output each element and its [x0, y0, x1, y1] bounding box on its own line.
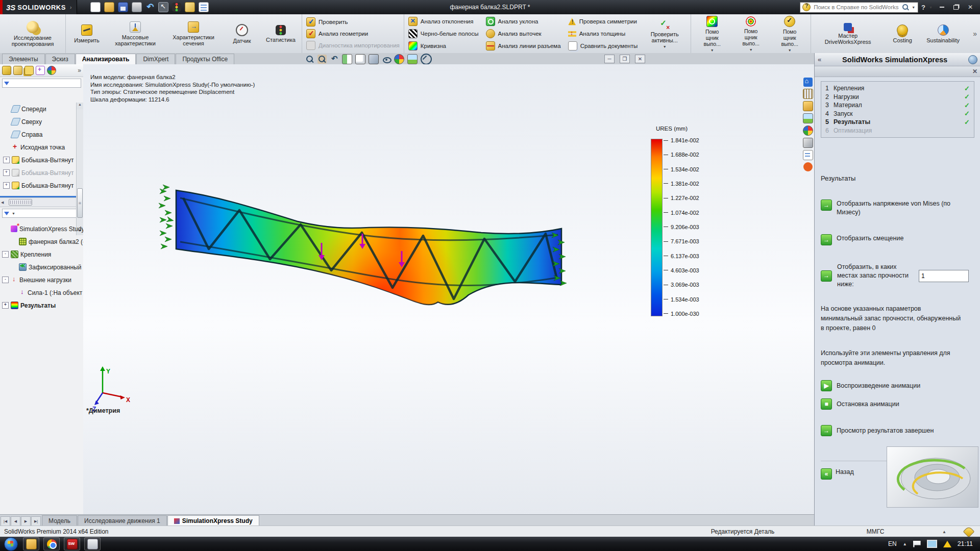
quick-access-icon[interactable] [199, 2, 209, 12]
manager-overflow-icon[interactable]: » [78, 67, 81, 74]
clock[interactable]: 21:11 [958, 540, 973, 547]
task-pane-tab-icon[interactable] [803, 138, 813, 148]
language-indicator[interactable]: EN [888, 540, 897, 547]
quick-access-icon[interactable] [90, 2, 101, 12]
restore-button[interactable] [950, 3, 962, 11]
command-tab[interactable]: DimXpert [136, 54, 175, 64]
ribbon-analysis-item[interactable]: Черно-белые полосы [408, 28, 479, 39]
assistant-button[interactable]: Помо щник выпо... ▼ [734, 15, 768, 53]
expand-icon[interactable]: + [2, 302, 9, 309]
quick-access-icon[interactable] [185, 2, 195, 12]
viewport-tool-icon[interactable] [317, 55, 327, 64]
study-tree-item[interactable]: фанерная балка2 (-Ф [2, 235, 83, 248]
command-tab[interactable]: Эскиз [45, 54, 75, 64]
feature-tree-item[interactable]: + Бобышка-Вытянут [3, 154, 83, 166]
doc-close-icon[interactable]: ✕ [635, 55, 645, 63]
viewport-tool-icon[interactable] [407, 54, 418, 64]
assistant-dropdown-icon[interactable]: ▼ [788, 48, 792, 52]
task-pane-tab-icon[interactable] [803, 113, 813, 123]
feature-tree-item[interactable]: + Бобышка-Вытянут [3, 179, 83, 192]
quick-access-icon[interactable] [118, 2, 128, 12]
taskbar-app-button[interactable] [23, 537, 39, 550]
quick-access-icon[interactable] [172, 3, 181, 12]
ribbon-analysis-item[interactable]: Анализ линии разъема [486, 40, 561, 52]
command-tab[interactable]: Анализировать [76, 54, 136, 64]
viewport-tool-icon[interactable] [330, 55, 339, 64]
quick-access-icon[interactable] [104, 2, 114, 12]
xpress-tool-button[interactable]: Sustainability [924, 23, 962, 44]
brand-expand-icon[interactable]: › [70, 5, 71, 10]
help-search-box[interactable]: ▼ [800, 2, 918, 13]
task-pane-tab-icon[interactable] [803, 89, 813, 99]
doc-minimize-icon[interactable]: ─ [604, 55, 615, 63]
task-pane-tab-icon[interactable] [803, 150, 813, 160]
start-button[interactable] [4, 537, 18, 551]
tree-scrollbar[interactable]: ▲ ≡ ▼ [76, 103, 83, 235]
study-tree-item[interactable]: - Внешние нагрузки [2, 273, 83, 286]
expand-icon[interactable]: + [3, 182, 10, 189]
last-tab-icon[interactable]: ▶| [31, 516, 41, 526]
manager-tab-icon[interactable] [36, 66, 45, 75]
expand-icon[interactable]: - [2, 277, 9, 283]
command-tab[interactable]: Элементы [2, 54, 45, 64]
expand-icon[interactable]: + [3, 169, 10, 176]
doc-restore-icon[interactable]: ❒ [620, 55, 630, 63]
task-pane-tab-icon[interactable] [803, 78, 813, 87]
tag-icon[interactable] [963, 526, 975, 538]
check-active-dropdown-icon[interactable]: ▼ [663, 45, 667, 48]
tray-expand-icon[interactable]: ▲ [903, 542, 907, 546]
stop-animation-action[interactable]: ■ Остановка анимации [821, 398, 974, 410]
hscroll-thumb[interactable] [9, 199, 32, 206]
ribbon-analysis-item[interactable]: Анализ выточек [486, 28, 561, 39]
task-pane-tab-icon[interactable] [803, 126, 813, 136]
assistant-button[interactable]: Помо щник выпо... ▼ [695, 15, 729, 53]
help-dropdown-icon[interactable]: ▼ [929, 6, 933, 9]
show-fos-action[interactable]: → Отобразить, в каких местах запас прочн… [821, 263, 974, 289]
search-dropdown-icon[interactable]: ▼ [912, 6, 915, 9]
check-active-document-button[interactable]: Проверить активны... ▼ [643, 18, 687, 49]
viewport-tool-icon[interactable] [355, 54, 365, 64]
first-tab-icon[interactable]: |◀ [1, 516, 10, 526]
ribbon-tool-button[interactable]: Массовые характеристики [109, 20, 162, 47]
quick-access-icon[interactable] [145, 3, 155, 12]
manager-tab-icon[interactable] [47, 66, 56, 75]
filter-dropdown-icon[interactable]: ▼ [12, 212, 15, 215]
viewport-tool-icon[interactable] [369, 54, 379, 64]
viewport-tool-icon[interactable] [342, 54, 352, 64]
ribbon-tool-button[interactable]: Датчик [225, 23, 259, 45]
scroll-up-icon[interactable]: ▲ [77, 103, 83, 109]
collapse-pane-icon[interactable]: « [818, 56, 821, 63]
xpress-tool-button[interactable]: Costing [886, 23, 919, 44]
ribbon-analysis-item[interactable]: Анализ уклона [486, 16, 561, 27]
feature-tree-item[interactable]: Спереди [3, 103, 83, 115]
prev-tab-icon[interactable]: ◀ [11, 516, 20, 526]
command-tab[interactable]: Продукты Office [176, 54, 234, 64]
show-von-mises-action[interactable]: → Отобразить напряжение von Mises (по Ми… [821, 199, 974, 217]
ribbon-analysis-item[interactable]: Анализ отклонения [408, 16, 479, 27]
design-study-button[interactable]: Исследование проектирования [4, 20, 61, 48]
feature-tree-item[interactable]: Сверху [3, 115, 83, 128]
assistant-dropdown-icon[interactable]: ▼ [710, 48, 714, 52]
tree-filter[interactable] [2, 79, 81, 88]
scroll-left-icon[interactable]: ◀ [1, 201, 4, 205]
fos-input[interactable] [919, 270, 969, 282]
next-tab-icon[interactable]: ▶ [21, 516, 31, 526]
taskbar-app-button[interactable] [43, 537, 60, 550]
search-icon[interactable] [902, 4, 909, 11]
scrollbar-thumb[interactable]: ≡ [77, 188, 83, 218]
show-displacement-action[interactable]: → Отобразить смещение [821, 234, 974, 245]
manager-tab-icon[interactable] [2, 66, 11, 75]
study-tree-item[interactable]: Зафиксированный [2, 261, 83, 273]
ribbon-analysis-item[interactable]: Проверка симметрии [568, 16, 638, 27]
expand-icon[interactable]: + [3, 157, 10, 163]
quick-access-icon[interactable] [158, 2, 168, 12]
taskbar-app-button[interactable] [84, 537, 101, 550]
model-tab[interactable]: Исследование движения 1 [78, 515, 167, 526]
assistant-button[interactable]: Помо щник выпо... ▼ [773, 15, 806, 53]
manager-tab-icon[interactable] [24, 66, 34, 75]
ribbon-tool-button[interactable]: Характеристики сечения [167, 20, 220, 47]
close-pane-icon[interactable]: ✕ [972, 68, 977, 75]
viewport-tool-icon[interactable] [305, 55, 314, 64]
ribbon-check-item[interactable]: Анализ геометрии [306, 29, 400, 38]
xpress-tool-button[interactable]: Мастер DriveWorksXpress [815, 22, 880, 46]
